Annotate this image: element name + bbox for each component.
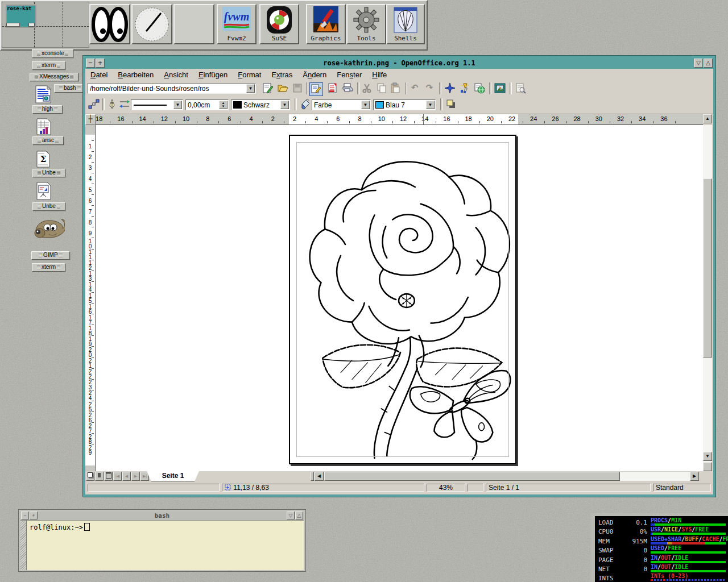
new-document-icon[interactable] bbox=[262, 82, 274, 95]
vertical-ruler[interactable]: 1234567891011121314151617181920212223242… bbox=[85, 125, 96, 471]
menu-extras[interactable]: Extras bbox=[266, 69, 297, 79]
page-tab-seite1[interactable]: Seite 1 bbox=[147, 471, 199, 481]
cut-icon[interactable] bbox=[361, 82, 373, 95]
writer-document-icon[interactable] bbox=[35, 85, 51, 106]
terminal-screen[interactable]: rolf@linux:~> bbox=[20, 521, 304, 570]
master-view-button[interactable] bbox=[95, 472, 104, 481]
drawing-canvas[interactable] bbox=[96, 125, 703, 471]
graphics-button[interactable]: Graphics bbox=[306, 4, 346, 44]
scroll-split-handle[interactable] bbox=[703, 462, 712, 471]
icon-gimp[interactable]: GIMP bbox=[31, 251, 70, 260]
tab-splitter[interactable] bbox=[311, 472, 314, 481]
pager-mini-window[interactable] bbox=[6, 23, 20, 27]
drawing-page[interactable] bbox=[289, 135, 516, 464]
fill-bucket-icon[interactable] bbox=[299, 98, 312, 111]
chevron-down-icon[interactable]: ▼ bbox=[426, 101, 435, 109]
ruler-origin-box[interactable]: ┼ bbox=[85, 114, 96, 125]
icon-xconsole[interactable]: xconsole bbox=[32, 49, 73, 58]
undo-icon[interactable]: ↶ bbox=[408, 82, 421, 95]
clock-button[interactable] bbox=[131, 4, 172, 44]
icon-xterm2[interactable]: xterm bbox=[32, 263, 65, 272]
icon-high[interactable]: high bbox=[32, 105, 63, 114]
shade-button[interactable]: ▽ bbox=[694, 59, 703, 68]
line-width-spinner[interactable]: 0,00cm ▲▼ bbox=[185, 99, 229, 110]
scroll-right-button[interactable]: ▶ bbox=[690, 472, 699, 481]
shells-button[interactable]: Shells bbox=[386, 4, 425, 44]
math-document-icon[interactable]: Σ bbox=[36, 151, 50, 170]
menu-ansicht[interactable]: Ansicht bbox=[159, 69, 193, 79]
menu-fenster[interactable]: Fenster bbox=[332, 69, 367, 79]
calc-document-icon[interactable] bbox=[36, 118, 51, 138]
view-mode-button[interactable] bbox=[86, 472, 94, 481]
chevron-down-icon[interactable]: ▼ bbox=[246, 84, 255, 93]
print-icon[interactable] bbox=[341, 82, 354, 95]
redo-icon[interactable]: ↷ bbox=[423, 82, 436, 95]
paste-icon[interactable] bbox=[389, 82, 402, 95]
save-icon[interactable] bbox=[291, 82, 304, 95]
chevron-down-icon[interactable]: ▼ bbox=[173, 101, 182, 109]
terminal-scrollbar[interactable] bbox=[20, 521, 27, 570]
horizontal-ruler[interactable]: 1816141210864224681012141618202224262830… bbox=[96, 114, 703, 125]
pen-icon[interactable] bbox=[106, 98, 118, 111]
icon-ansc[interactable]: ansc bbox=[32, 136, 64, 145]
menu-hilfe[interactable]: Hilfe bbox=[367, 69, 392, 79]
url-combobox[interactable]: /home/rolf/Bilder-und-Sounds/rosen/ros ▼ bbox=[88, 83, 256, 94]
menu-einfügen[interactable]: Einfügen bbox=[193, 69, 233, 79]
gimp-wilber-icon[interactable] bbox=[32, 215, 65, 246]
prev-page-button[interactable]: ◀ bbox=[122, 472, 131, 481]
shade-button[interactable]: ▽ bbox=[287, 512, 295, 519]
edit-file-icon[interactable] bbox=[309, 82, 323, 96]
chevron-down-icon[interactable]: ▼ bbox=[280, 101, 289, 109]
horizontal-scrollbar[interactable] bbox=[324, 472, 690, 481]
export-pdf-icon[interactable] bbox=[326, 82, 339, 95]
spinner-arrows-icon[interactable]: ▲▼ bbox=[219, 101, 228, 109]
horizontal-scroll-thumb[interactable] bbox=[324, 472, 620, 481]
navigator-icon[interactable] bbox=[444, 82, 456, 95]
icon-xterm[interactable]: xterm bbox=[32, 61, 65, 70]
terminal-title-bar[interactable]: − + bash ▽ △ bbox=[20, 512, 304, 521]
scroll-up-button[interactable]: ▲ bbox=[703, 114, 712, 123]
xeyes-button[interactable] bbox=[89, 4, 130, 44]
first-page-button[interactable]: |◀ bbox=[113, 472, 122, 481]
zoom-button[interactable]: △ bbox=[295, 512, 303, 519]
zoom-icon[interactable] bbox=[458, 82, 471, 95]
open-icon[interactable] bbox=[276, 82, 289, 95]
next-page-button[interactable]: ▶ bbox=[131, 472, 140, 481]
suse-button[interactable]: SuSE bbox=[259, 4, 299, 44]
fill-style-select[interactable]: Farbe ▼ bbox=[312, 99, 371, 110]
menu-format[interactable]: Format bbox=[233, 69, 266, 79]
status-zoom-field[interactable]: 43% bbox=[427, 484, 465, 492]
layer-view-button[interactable] bbox=[104, 472, 113, 481]
empty-panel-button[interactable] bbox=[173, 4, 214, 44]
title-bar[interactable]: − + rose-kathrin.png - OpenOffice.org 1.… bbox=[85, 58, 713, 69]
impress-document-icon[interactable] bbox=[36, 182, 51, 202]
tools-button[interactable]: Tools bbox=[346, 4, 386, 44]
fvwm2-button[interactable]: fvwm Fvwm2 bbox=[217, 4, 257, 44]
chevron-down-icon[interactable]: ▼ bbox=[361, 101, 370, 109]
arrow-style-icon[interactable] bbox=[118, 98, 131, 111]
icon-unbenannt2[interactable]: Unbe bbox=[32, 202, 65, 211]
status-style-field[interactable]: Standard bbox=[653, 484, 711, 492]
zoom-button[interactable]: △ bbox=[704, 59, 713, 68]
icon-xmessages[interactable]: XMessages bbox=[30, 73, 78, 81]
icon-bash[interactable]: bash bbox=[54, 84, 86, 93]
scroll-left-button[interactable]: ◀ bbox=[315, 472, 324, 481]
menu-bearbeiten[interactable]: Bearbeiten bbox=[113, 69, 159, 79]
pager-mini-window[interactable] bbox=[28, 23, 35, 27]
fill-color-select[interactable]: Blau 7 ▼ bbox=[373, 99, 436, 110]
hyperlink-globe-icon[interactable] bbox=[473, 82, 486, 95]
copy-icon[interactable] bbox=[375, 82, 388, 95]
line-color-select[interactable]: Schwarz ▼ bbox=[231, 99, 290, 110]
shadow-icon[interactable] bbox=[445, 98, 457, 111]
menu-datei[interactable]: Datei bbox=[85, 69, 113, 79]
menu-ändern[interactable]: Ändern bbox=[297, 69, 332, 79]
vertical-scroll-thumb[interactable] bbox=[703, 178, 712, 357]
desktop-pager[interactable]: rose-kat bbox=[2, 2, 89, 48]
edit-points-icon[interactable] bbox=[88, 98, 100, 111]
vertical-scrollbar[interactable] bbox=[703, 125, 712, 471]
icon-unbenannt1[interactable]: Unbe bbox=[32, 169, 65, 177]
datasources-icon[interactable] bbox=[514, 82, 527, 95]
gallery-icon[interactable] bbox=[494, 82, 506, 95]
scroll-down-button[interactable]: ▼ bbox=[703, 452, 712, 461]
line-style-select[interactable]: ▼ bbox=[131, 99, 183, 110]
